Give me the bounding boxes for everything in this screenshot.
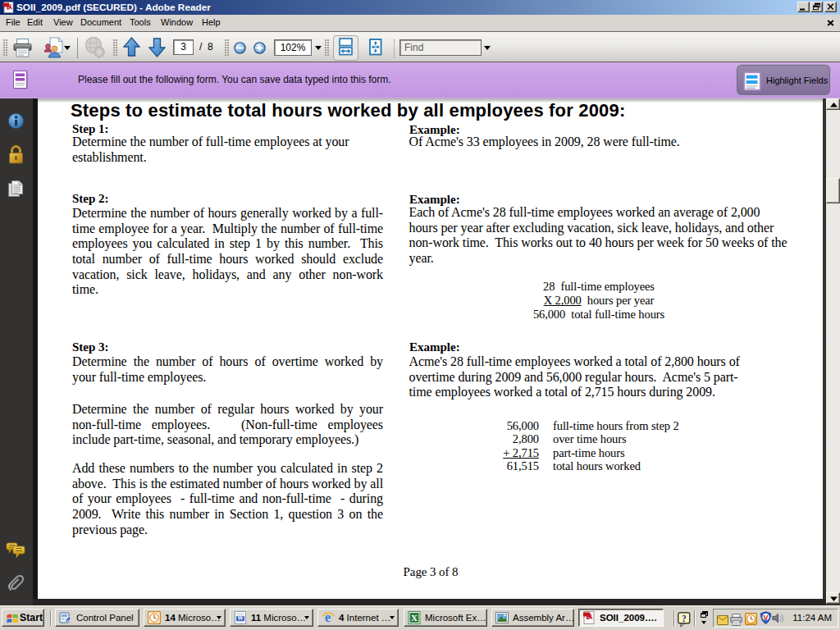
svg-text:V: V xyxy=(763,613,769,622)
svg-text:W: W xyxy=(237,614,244,622)
svg-text:X: X xyxy=(411,613,418,623)
svg-text:?: ? xyxy=(682,614,687,623)
